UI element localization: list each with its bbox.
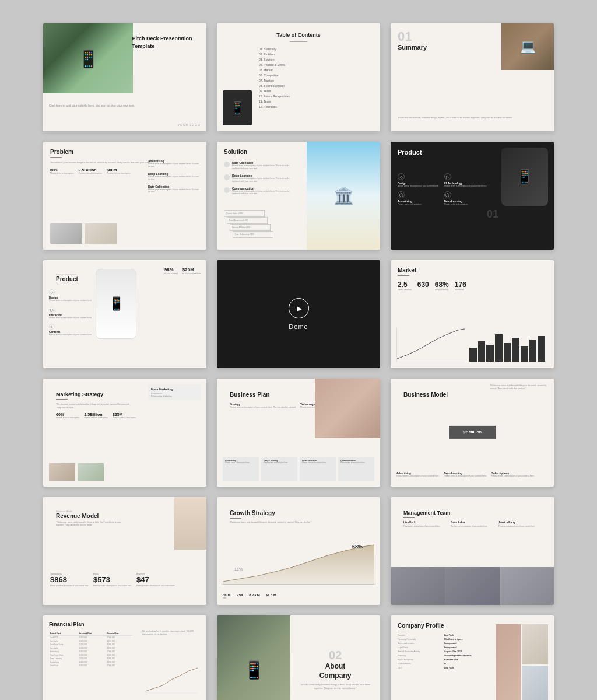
toc-title: Table of Contents: [224, 32, 373, 38]
toc-item: 02. Problem: [259, 52, 373, 57]
slide-demo[interactable]: Demo: [217, 260, 380, 368]
bar-4: [495, 334, 503, 362]
problem-right: Advertising Please enter a description o…: [148, 159, 201, 197]
problem-right-3: Data Collection Please enter a descripti…: [148, 185, 201, 194]
slide-company-profile: Company Profile FounderLisa Pack Foundin…: [391, 615, 554, 700]
market-line-chart: [396, 327, 465, 362]
bp-data-collection: Data Collection Please enter a descripti…: [300, 457, 336, 481]
mstat-630: 630: [417, 281, 429, 291]
financial-table: Rate of Fleet Assumed Fleet Financial Ye…: [49, 632, 132, 667]
f-contents: ▷ Contents Please enter a description of…: [49, 324, 93, 337]
growth-content: Growth Strategy "Rediscover some truly b…: [224, 504, 373, 533]
pr-start: Start of Business ActivityAugust 15th, 2…: [398, 650, 480, 653]
team-photo-2: [445, 567, 499, 605]
pr-core: Core BusinessIT: [398, 663, 480, 665]
solution-icon-2: [224, 174, 230, 180]
toc-divider: [290, 41, 307, 42]
dl-icon: ◯: [444, 191, 451, 198]
stat-3-label: Please enter a description: [107, 172, 130, 174]
bizmodel-stats: Advertising Please enter a description o…: [396, 472, 548, 478]
team-names: Lisa Pack Dave Baker Jessica Barry: [403, 521, 541, 524]
slide-solution: Solution Data Collection Please enter a …: [217, 142, 380, 250]
revenue-transactions: Transactions $868 Please provide a descr…: [50, 573, 89, 587]
slide-problem: Problem "Rediscover your favorite things…: [43, 142, 206, 250]
profile-img-1: [496, 624, 521, 700]
marketing-divider: [56, 399, 68, 400]
revenue-cards: Transactions $868 Please provide a descr…: [50, 573, 199, 587]
team-photos: [391, 567, 554, 605]
solution-layers: Product Sales 12,500 Brand Awareness 6,2…: [224, 215, 294, 238]
solution-image: [307, 142, 380, 250]
bar-5: [504, 343, 511, 362]
toc-item: 05. Market: [259, 68, 373, 73]
bar-9: [538, 336, 545, 362]
f-design: ◇ Design Please enter a description of y…: [49, 289, 93, 302]
slide-business-plan: Business Plan Strategy Please enter a de…: [217, 379, 380, 487]
bizplan-divider: [230, 400, 241, 400]
bar-2: [478, 341, 486, 362]
product-white-phone: [96, 269, 136, 339]
toc-item: 07. Traction: [259, 78, 373, 83]
financial-title: Financial Plan: [49, 621, 201, 627]
bar-3: [486, 345, 494, 362]
solution-items: Data Collection Please enter a descripti…: [224, 161, 291, 195]
team-divider: [403, 517, 415, 518]
toc-item: 10. Future Perspectives: [259, 94, 373, 99]
bar-8: [529, 340, 537, 362]
toc-item: 01. Summary: [259, 47, 373, 52]
contents-icon: ▷: [49, 324, 55, 330]
toc-item: 08. Business Model: [259, 83, 373, 89]
pr-legal: Legal FormIncorporated: [398, 646, 480, 649]
growth-quote: "Rediscover some truly beautiful things …: [230, 521, 326, 524]
bst-873m: 8.73 M: [249, 593, 259, 599]
stat-98: 98% of your content: [164, 267, 178, 275]
pr-founder: FounderLisa Pack: [398, 634, 480, 636]
toc-item: 06. Competition: [259, 73, 373, 78]
bizmodel-subscriptions: Subscriptions Please enter a description…: [491, 472, 535, 478]
revenue-image: [174, 497, 206, 550]
stat-1-label: Please enter a description: [50, 172, 73, 174]
problem-divider: [50, 158, 62, 158]
toc-item: 09. Team: [259, 89, 373, 94]
toc-item: 12. Financials: [259, 104, 373, 110]
growth-pct-low: 11%: [234, 567, 243, 571]
play-button[interactable]: [289, 298, 309, 318]
presentation-grid: Pitch Deck Presentation Template Click h…: [43, 23, 554, 700]
about-content: 02 AboutCompany "You do some really beau…: [290, 615, 380, 700]
slide-revenue: Revenue Model Revenue Model "Rediscover …: [43, 497, 206, 605]
financial-divider: [49, 629, 61, 629]
stat-2-label: Please enter a description: [78, 172, 101, 174]
stat-1: 68%Please enter a description: [50, 168, 73, 174]
solution-item-3: Communication Please enter a description…: [224, 187, 291, 196]
cover-title: Pitch Deck Presentation Template: [132, 35, 201, 50]
team-photo-1: [391, 567, 445, 605]
problem-images: [50, 223, 171, 244]
toc-item: 03. Solution: [259, 57, 373, 62]
marketing-img-1: [49, 463, 75, 481]
bizplan-image: [315, 379, 380, 438]
bizmodel-center-value: $2 Million: [449, 425, 496, 438]
market-stats: 2.5 Data Collection 630 68% Deep Learnin…: [398, 281, 547, 291]
summary-image: [501, 23, 554, 70]
pr-future: Future ProspectsBusiness Idea: [398, 659, 480, 661]
summary-number: 01: [398, 29, 412, 44]
profile-table: FounderLisa Pack Founding ProposalsClick…: [398, 634, 480, 669]
slide-product-dark: Product 01 ◇ Design Merge with a descrip…: [391, 142, 554, 250]
design-icon: ◇: [49, 289, 55, 295]
problem-img-2: [85, 223, 117, 244]
demo-label: Demo: [289, 323, 308, 330]
financial-chart: [142, 630, 201, 700]
slide-team: Management Team Lisa Pack Dave Baker Jes…: [391, 497, 554, 605]
marketing-body: "Rediscover some truly beautiful things …: [56, 402, 132, 410]
slide-product-white: Product Description Product 98% of your …: [43, 260, 206, 368]
market-bar-chart: [469, 327, 545, 362]
about-image: [217, 615, 290, 700]
marketing-stats: 60% Please enter a description 2.5Billio…: [56, 412, 194, 419]
slide-cover: Pitch Deck Presentation Template Click h…: [43, 23, 206, 131]
mstat-68: 68% Deep Learning: [435, 281, 449, 291]
cover-title-block: Pitch Deck Presentation Template: [132, 35, 201, 50]
mkt-stat-1: 60% Please enter a description: [56, 412, 79, 419]
marketing-images: [49, 463, 104, 481]
mkt-stat-2: 2.5Billion Please enter a description: [84, 412, 107, 419]
bizmodel-advertising: Advertising Please enter a description o…: [396, 472, 440, 478]
